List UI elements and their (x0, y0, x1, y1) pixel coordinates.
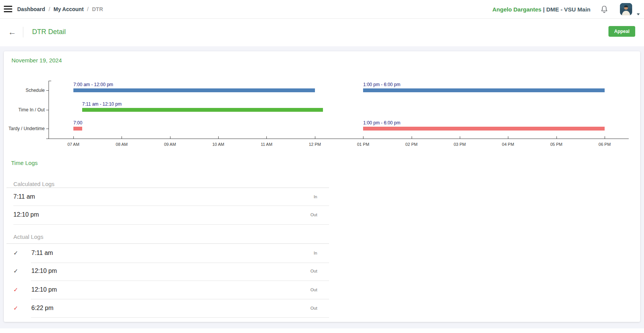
chart-axis-label: 04 PM (496, 142, 519, 147)
chart-row-label: Time In / Out (4, 107, 45, 113)
breadcrumb-my-account[interactable]: My Account (54, 6, 84, 12)
calculated-log-row: 7:11 am In (13, 192, 317, 202)
chart-axis-label: 09 AM (159, 142, 182, 147)
breadcrumb-dtr: DTR (92, 6, 103, 12)
log-time: 7:11 am (13, 193, 35, 200)
user-info-label: Angelo Dargantes | DME - VSU Main (492, 6, 590, 13)
back-button[interactable]: ← (7, 27, 18, 38)
breadcrumb-separator: / (87, 6, 89, 12)
chart-axis-label: 07 AM (62, 142, 85, 147)
chart-axis-tick (315, 136, 315, 139)
chart-bar (363, 88, 605, 92)
chevron-down-icon[interactable] (637, 13, 640, 15)
chart-axis-tick (412, 136, 412, 139)
actual-logs-title: Actual Logs (13, 233, 43, 240)
user-cluster: Angelo Dargantes | DME - VSU Main (492, 0, 640, 18)
chart-axis-label: 11 AM (255, 142, 278, 147)
user-org: | DME - VSU Main (543, 6, 590, 13)
page-header: ← DTR Detail Appeal (0, 19, 644, 47)
log-time: 6:22 pm (31, 305, 54, 312)
header-divider (23, 27, 23, 38)
chart-axis-tick (122, 136, 122, 139)
breadcrumb-separator: / (49, 6, 50, 12)
chart-axis-label: 12 PM (303, 142, 326, 147)
chart-bar-label: 1:00 pm - 6:00 pm (363, 82, 400, 87)
chart-bar-label: 1:00 pm - 6:00 pm (363, 120, 400, 126)
chart-axis-tick (46, 110, 49, 110)
chart-axis-tick (508, 136, 508, 139)
chart-bar-label: 7:00 (73, 120, 82, 126)
check-icon: ✓ (13, 305, 19, 311)
appeal-button[interactable]: Appeal (608, 26, 635, 37)
row-divider (31, 317, 329, 318)
time-logs-title: Time Logs (11, 160, 37, 166)
log-time: 7:11 am (31, 250, 53, 256)
chart-axis-tick (605, 136, 605, 139)
breadcrumb: Dashboard / My Account / DTR (17, 0, 103, 18)
dtr-timeline-chart: Schedule7:00 am - 12:00 pm1:00 pm - 6:00… (4, 51, 640, 151)
section-divider (6, 243, 329, 244)
log-time: 12:10 pm (13, 211, 39, 218)
dtr-detail-card: November 19, 2024 Schedule7:00 am - 12:0… (4, 51, 640, 322)
menu-icon[interactable] (4, 6, 12, 13)
user-name: Angelo Dargantes (492, 6, 543, 13)
chart-axis-tick (266, 136, 267, 139)
chart-y-axis (49, 81, 49, 139)
chart-axis-label: 03 PM (448, 142, 471, 147)
chart-axis-tick (73, 136, 74, 139)
chart-x-axis (46, 139, 629, 139)
calculated-log-row: 12:10 pm Out (13, 210, 317, 220)
chart-bar (363, 127, 605, 131)
chart-axis-tick (363, 136, 363, 139)
chart-axis-label: 01 PM (352, 142, 375, 147)
chart-bar (73, 88, 315, 92)
main-content: November 19, 2024 Schedule7:00 am - 12:0… (0, 46, 644, 328)
chart-axis-label: 06 PM (593, 142, 616, 147)
log-time: 12:10 pm (31, 286, 57, 293)
chart-axis-label: 02 PM (400, 142, 423, 147)
actual-log-row: ✓ 7:11 am In (13, 248, 317, 258)
row-divider (13, 224, 329, 225)
check-icon: ✓ (13, 268, 19, 274)
chart-axis-tick (556, 136, 557, 139)
section-divider (6, 188, 329, 188)
row-divider (31, 299, 329, 299)
chart-bar-label: 7:00 am - 12:00 pm (73, 82, 113, 87)
chart-axis-label: 10 AM (207, 142, 230, 147)
page-title: DTR Detail (32, 28, 66, 36)
log-direction: In (314, 194, 317, 199)
actual-log-row: ✓ 6:22 pm Out (13, 303, 317, 313)
chart-bar-label: 7:11 am - 12:10 pm (82, 101, 122, 107)
log-time: 12:10 pm (31, 268, 57, 274)
notifications-bell-icon[interactable] (600, 5, 608, 14)
avatar[interactable] (620, 3, 632, 15)
chart-axis-tick (218, 136, 219, 139)
row-divider (31, 281, 329, 281)
breadcrumb-dashboard[interactable]: Dashboard (17, 6, 45, 12)
chart-row-label: Schedule (4, 87, 45, 93)
chart-axis-tick (49, 81, 51, 81)
top-bar: Dashboard / My Account / DTR Angelo Darg… (0, 0, 644, 19)
chart-bar (73, 127, 82, 131)
actual-log-row: ✓ 12:10 pm Out (13, 266, 317, 276)
chart-axis-tick (460, 136, 460, 139)
check-icon: ✓ (13, 250, 19, 256)
log-direction: Out (310, 287, 317, 292)
row-divider (31, 263, 329, 263)
check-icon: ✓ (13, 287, 19, 293)
chart-axis-tick (170, 136, 170, 139)
chart-axis-label: 05 PM (545, 142, 568, 147)
log-direction: Out (310, 212, 317, 217)
chart-axis-tick (46, 129, 49, 129)
chart-bar (82, 108, 323, 112)
chart-row-label: Tardy / Undertime (4, 126, 45, 132)
log-direction: Out (310, 269, 317, 273)
calculated-logs-title: Calculated Logs (13, 181, 55, 187)
chart-axis-tick (46, 90, 49, 91)
row-divider (13, 206, 329, 206)
chart-axis-label: 08 AM (110, 142, 133, 147)
log-direction: Out (310, 306, 317, 310)
actual-log-row: ✓ 12:10 pm Out (13, 285, 317, 295)
log-direction: In (314, 251, 317, 255)
